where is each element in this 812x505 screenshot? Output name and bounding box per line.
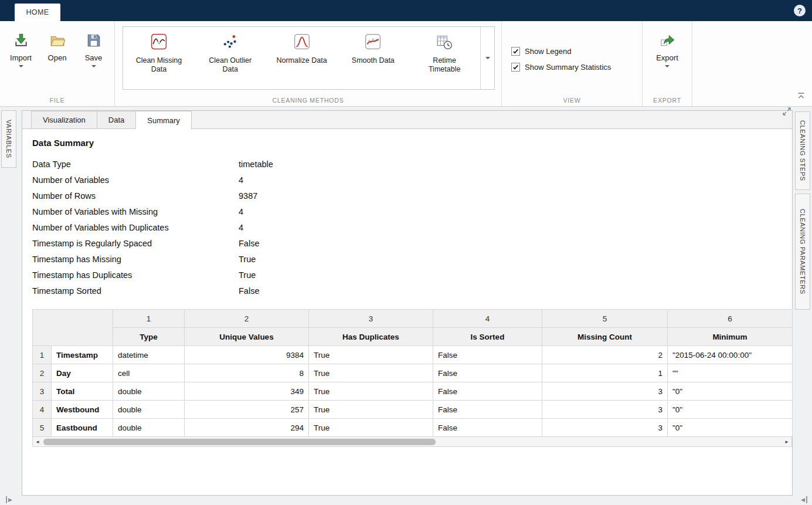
cell-type: double [113,382,185,401]
row-name: Day [52,364,113,382]
scrollbar-thumb[interactable] [43,439,436,445]
cell-unique-values: 294 [185,419,309,437]
workspace: VARIABLES Visualization Data Summary Dat… [0,107,812,505]
clean-missing-data-button[interactable]: Clean Missing Data [123,27,195,89]
show-summary-statistics-checkbox[interactable]: Show Summary Statistics [511,63,642,72]
show-summary-statistics-label: Show Summary Statistics [525,63,611,72]
summary-item-label: Timestamp is Regularly Spaced [32,236,239,252]
cell-is-sorted: False [433,364,542,382]
cell-missing-count: 1 [542,364,668,382]
retime-timetable-label: Retime Timetable [417,56,471,74]
summary-item-value: 4 [239,175,243,185]
summary-item: Timestamp is Regularly SpacedFalse [32,236,792,252]
import-label: Import [10,53,32,62]
summary-item-label: Timestamp has Duplicates [32,267,239,283]
help-button[interactable]: ? [794,5,806,16]
cell-unique-values: 9384 [185,346,309,364]
summary-table: 1 2 3 4 5 6 Type Unique Values Has Dupli… [32,309,793,437]
summary-item: Timestamp SortedFalse [32,283,792,299]
summary-item-value: 9387 [239,191,257,201]
toolstrip-ribbon: Import Open Save [0,21,812,107]
import-button[interactable]: Import [5,32,37,106]
toolstrip-tab-home[interactable]: HOME [15,4,60,21]
export-icon [660,33,675,50]
scrollbar-track[interactable] [42,437,782,446]
scroll-right-icon[interactable]: ► [782,437,791,446]
variables-panel-tab[interactable]: VARIABLES [1,110,16,168]
summary-item: Number of Variables4 [32,172,792,188]
col-number: 6 [668,310,793,328]
chevron-down-icon [665,65,670,67]
export-button[interactable]: Export [651,32,683,106]
row-number: 2 [33,364,52,382]
summary-item-value: False [239,239,259,248]
summary-item-label: Data Type [32,157,239,172]
open-folder-icon [50,33,65,50]
tab-data[interactable]: Data [97,111,136,128]
cell-unique-values: 8 [185,364,309,382]
cleaning-methods-gallery: Clean Missing Data Clean Outlier Data [123,26,495,90]
save-label: Save [85,53,103,62]
section-label-file: FILE [0,97,114,104]
import-icon [13,33,29,50]
smooth-data-icon [365,33,381,52]
cell-is-sorted: False [433,382,542,401]
normalize-data-button[interactable]: Normalize Data [266,27,338,89]
horizontal-scrollbar[interactable]: ◄ ► [32,437,792,447]
summary-item-value: True [239,270,256,280]
table-row: 5 Eastbound double 294 True False 3 "0" [33,419,793,437]
document-tab-bar: Visualization Data Summary [22,111,792,129]
document-panel: Visualization Data Summary Data Summary … [22,110,793,496]
maximize-panel-icon[interactable] [783,107,791,118]
summary-item: Timestamp has DuplicatesTrue [32,267,792,283]
show-left-panel-icon[interactable]: ▶ [6,496,12,503]
col-header: Type [113,328,185,346]
cell-is-sorted: False [433,346,542,364]
scroll-left-icon[interactable]: ◄ [33,437,42,446]
show-legend-checkbox[interactable]: Show Legend [511,47,642,56]
gallery-expand-button[interactable] [480,27,494,89]
smooth-data-button[interactable]: Smooth Data [337,27,409,89]
retime-timetable-icon [436,33,453,52]
summary-item-label: Timestamp has Missing [32,252,239,267]
row-name: Eastbound [52,419,113,437]
checkbox-checked-icon [511,47,520,56]
summary-item: Number of Rows9387 [32,188,792,204]
summary-item-label: Number of Variables [32,172,239,188]
table-header-number-row: 1 2 3 4 5 6 [33,310,793,328]
summary-table-container: 1 2 3 4 5 6 Type Unique Values Has Dupli… [32,309,792,447]
cell-is-sorted: False [433,401,542,419]
normalize-data-label: Normalize Data [276,56,327,65]
summary-item-label: Number of Variables with Missing [32,204,239,220]
clean-missing-data-label: Clean Missing Data [132,56,186,74]
cell-type: datetime [113,346,185,364]
smooth-data-label: Smooth Data [352,56,395,65]
cell-has-duplicates: True [309,346,433,364]
table-corner-cell [33,310,113,346]
col-number: 4 [433,310,542,328]
cell-missing-count: 2 [542,346,668,364]
tab-summary[interactable]: Summary [135,111,192,129]
open-label: Open [48,53,67,62]
retime-timetable-button[interactable]: Retime Timetable [409,27,480,89]
clean-outlier-data-button[interactable]: Clean Outlier Data [195,27,266,89]
row-name: Timestamp [52,346,113,364]
chevron-down-icon [91,65,96,67]
save-button[interactable]: Save [78,32,110,106]
row-number: 1 [33,346,52,364]
col-header: Unique Values [185,328,309,346]
tab-visualization[interactable]: Visualization [31,111,97,128]
cell-is-sorted: False [433,419,542,437]
ribbon-empty-area [692,21,812,106]
show-right-panel-icon[interactable]: ◀ [801,496,807,503]
cleaning-steps-panel-tab[interactable]: CLEANING STEPS [795,111,810,190]
row-name: Westbound [52,401,113,419]
clean-missing-data-icon [151,33,167,52]
section-label-view: VIEW [502,97,642,104]
collapse-ribbon-icon[interactable] [797,91,805,101]
summary-item-label: Timestamp Sorted [32,283,239,299]
cleaning-parameters-panel-tab[interactable]: CLEANING PARAMETERS [795,194,810,310]
chevron-down-icon [485,57,490,59]
row-number: 4 [33,401,52,419]
open-button[interactable]: Open [42,32,73,106]
